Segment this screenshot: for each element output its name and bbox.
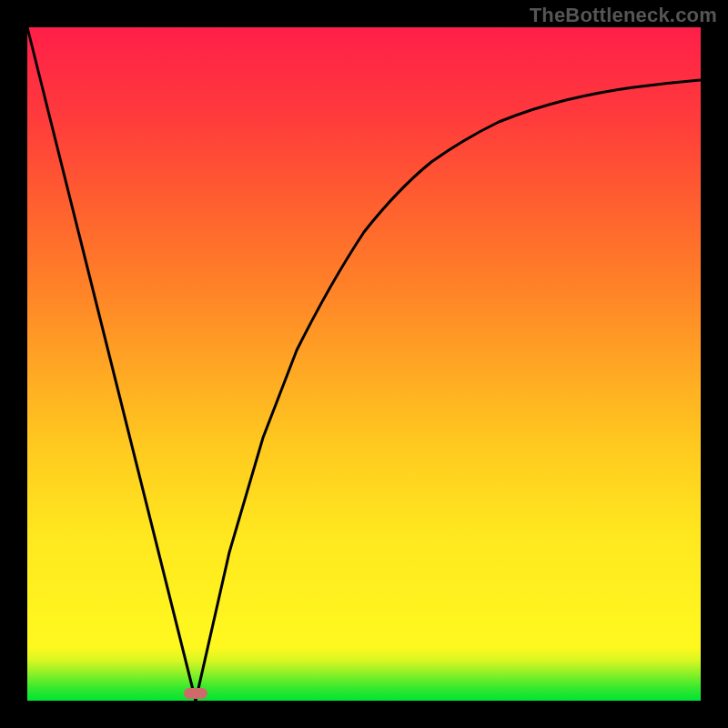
- plot-area: [27, 27, 701, 701]
- chart-frame: TheBottleneck.com: [0, 0, 728, 728]
- watermark-text: TheBottleneck.com: [530, 4, 717, 27]
- curve-left-slope: [27, 27, 196, 701]
- curve-right: [196, 80, 701, 701]
- valley-marker: [184, 688, 207, 699]
- curve-svg: [27, 27, 701, 701]
